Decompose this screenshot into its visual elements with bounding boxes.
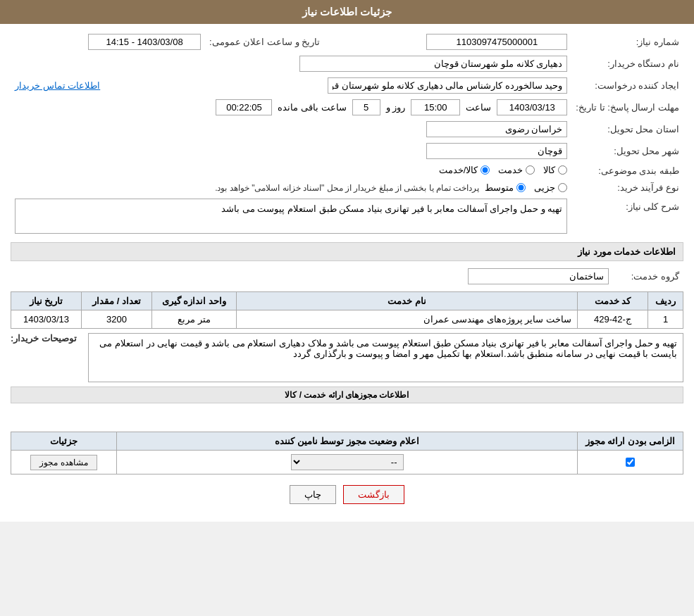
purchase-motawaset-option[interactable]: متوسط — [485, 182, 526, 193]
col-supplier-status: اعلام وضعیت مجوز توسط نامین کننده — [117, 432, 578, 451]
category-kala-khedmat-label: کالا/خدمت — [439, 165, 478, 175]
services-table: ردیف کد خدمت نام خدمت واحد اندازه گیری ت… — [11, 291, 683, 329]
buyer-description-box: تهیه و حمل واجرای آسفالت معابر با فیر ته… — [88, 333, 683, 382]
announcement-date-input[interactable] — [88, 34, 201, 50]
buyer-org-input[interactable] — [299, 56, 567, 72]
required-checkbox[interactable] — [626, 458, 635, 467]
category-khedmat-radio[interactable] — [526, 165, 535, 175]
response-remaining-input[interactable] — [216, 99, 272, 115]
creator-label: ایجاد کننده درخواست: — [571, 75, 683, 96]
need-number-label: شماره نیاز: — [571, 31, 683, 53]
need-description-box: تهیه و حمل واجرای آسفالت معابر با فیر ته… — [15, 199, 567, 234]
cell-service-code: ج-42-429 — [578, 310, 648, 329]
col-unit: واحد اندازه گیری — [152, 292, 237, 310]
contact-info-link[interactable]: اطلاعات تماس خریدار — [15, 80, 100, 91]
delivery-province-input[interactable] — [426, 121, 567, 137]
col-required: الزامی بودن ارائه مجوز — [578, 432, 683, 451]
response-time-input[interactable] — [411, 99, 460, 115]
creator-input[interactable] — [328, 77, 567, 94]
services-section-title: اطلاعات خدمات مورد نیاز — [11, 242, 683, 261]
purchase-note: پرداخت تمام یا بخشی از مبلغ خریدار از مح… — [215, 183, 479, 193]
purchase-motawaset-radio[interactable] — [516, 183, 526, 192]
list-item: -- مشاهده مجوز — [11, 451, 683, 474]
need-number-input[interactable] — [426, 34, 567, 50]
category-khedmat-option[interactable]: خدمت — [498, 165, 535, 175]
delivery-city-input[interactable] — [426, 143, 567, 159]
response-days-input[interactable] — [352, 99, 380, 115]
table-row: 1 ج-42-429 ساخت سایر پروژه‌های مهندسی عم… — [11, 310, 683, 329]
buyer-description-row: تهیه و حمل واجرای آسفالت معابر با فیر ته… — [11, 333, 683, 382]
service-group-label: گروه خدمت: — [613, 265, 683, 287]
cell-quantity: 3200 — [82, 310, 152, 329]
purchase-jozyi-label: جزیی — [534, 182, 555, 193]
print-button[interactable]: چاپ — [290, 485, 336, 504]
cell-details: مشاهده مجوز — [11, 451, 117, 474]
category-kala-label: کالا — [543, 165, 555, 175]
announcement-date-label: تاریخ و ساعت اعلان عمومی: — [205, 31, 332, 53]
category-kala-radio[interactable] — [558, 165, 567, 175]
cell-row-num: 1 — [648, 310, 683, 329]
cell-need-date: 1403/03/13 — [11, 310, 82, 329]
service-group-input[interactable] — [468, 268, 609, 284]
category-khedmat-label: خدمت — [498, 165, 523, 175]
delivery-city-label: شهر محل تحویل: — [571, 140, 683, 162]
need-description-label: شرح کلی نیاز: — [571, 196, 683, 237]
permissions-section-title: اطلاعات مجوزهای ارائه خدمت / کالا — [11, 386, 683, 403]
view-permission-button[interactable]: مشاهده مجوز — [30, 455, 97, 470]
bottom-buttons: بازگشت چاپ — [11, 485, 683, 504]
cell-supplier-status: -- — [117, 451, 578, 474]
category-kala-option[interactable]: کالا — [543, 165, 567, 175]
col-row-num: ردیف — [648, 292, 683, 310]
response-days-label: روز و — [386, 102, 406, 113]
back-button[interactable]: بازگشت — [343, 485, 404, 504]
buyer-description-label: توصیحات خریدار: — [11, 333, 82, 344]
purchase-jozyi-radio[interactable] — [558, 183, 567, 192]
col-details: جزئیات — [11, 432, 117, 451]
response-deadline-label: مهلت ارسال پاسخ: تا تاریخ: — [571, 96, 683, 118]
main-info-table: شماره نیاز: تاریخ و ساعت اعلان عمومی: نا… — [11, 31, 683, 237]
page-title: جزئیات اطلاعات نیاز — [302, 6, 392, 18]
service-group-table: گروه خدمت: — [11, 265, 683, 287]
purchase-type-radio-group: جزیی متوسط — [485, 182, 567, 193]
cell-required — [578, 451, 683, 474]
buyer-org-label: نام دستگاه خریدار: — [571, 53, 683, 75]
col-service-name: نام خدمت — [237, 292, 578, 310]
delivery-province-label: استان محل تحویل: — [571, 118, 683, 140]
purchase-type-label: نوع فرآیند خرید: — [571, 180, 683, 196]
category-radio-group: کالا خدمت کالا/خدمت — [439, 165, 568, 175]
category-kala-khedmat-option[interactable]: کالا/خدمت — [439, 165, 490, 175]
category-kala-khedmat-radio[interactable] — [481, 165, 490, 175]
response-remaining-label: ساعت باقی مانده — [278, 102, 346, 113]
col-service-code: کد خدمت — [578, 292, 648, 310]
col-need-date: تاریخ نیاز — [11, 292, 82, 310]
response-time-label: ساعت — [466, 102, 491, 113]
permissions-table: الزامی بودن ارائه مجوز اعلام وضعیت مجوز … — [11, 432, 683, 474]
response-date-input[interactable] — [497, 99, 567, 115]
purchase-motawaset-label: متوسط — [485, 182, 514, 193]
cell-unit: متر مربع — [152, 310, 237, 329]
category-label: طبقه بندی موضوعی: — [571, 162, 683, 180]
supplier-status-select[interactable]: -- — [291, 454, 404, 470]
purchase-jozyi-option[interactable]: جزیی — [534, 182, 567, 193]
page-header: جزئیات اطلاعات نیاز — [0, 0, 694, 24]
col-quantity: تعداد / مقدار — [82, 292, 152, 310]
cell-service-name: ساخت سایر پروژه‌های مهندسی عمران — [237, 310, 578, 329]
